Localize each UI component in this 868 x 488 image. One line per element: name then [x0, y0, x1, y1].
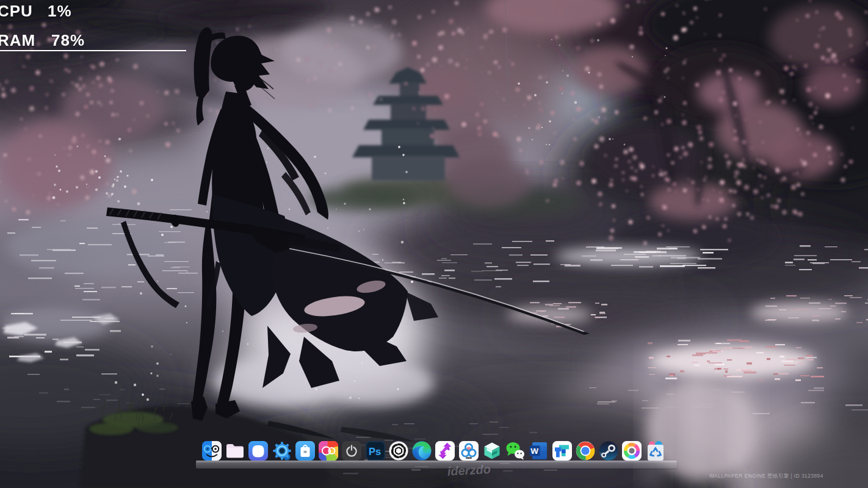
svg-text:Ps: Ps — [369, 446, 381, 457]
svg-text:W: W — [530, 447, 538, 456]
